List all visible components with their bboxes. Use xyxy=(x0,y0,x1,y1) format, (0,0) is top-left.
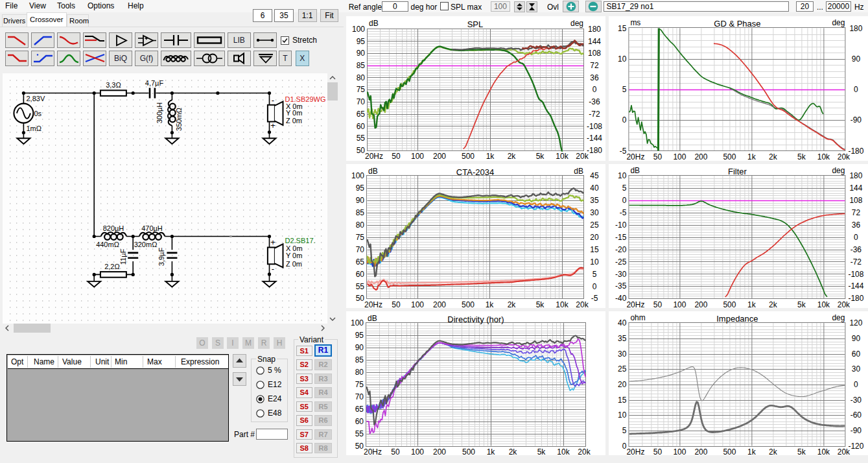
svg-text:-72: -72 xyxy=(850,257,862,267)
svg-text:95: 95 xyxy=(356,184,365,193)
svg-text:50: 50 xyxy=(392,152,401,161)
svg-text:20Hz: 20Hz xyxy=(626,300,644,308)
svg-text:180: 180 xyxy=(588,25,601,34)
svg-text:Z 0m: Z 0m xyxy=(286,117,302,125)
svg-text:1k: 1k xyxy=(487,447,496,455)
svg-text:200: 200 xyxy=(694,152,707,161)
svg-text:-144: -144 xyxy=(587,134,602,143)
svg-text:55: 55 xyxy=(357,134,366,143)
svg-text:200: 200 xyxy=(694,447,707,455)
svg-text:144: 144 xyxy=(849,184,862,193)
svg-text:10: 10 xyxy=(618,171,627,180)
svg-text:55: 55 xyxy=(356,282,365,291)
svg-text:-90: -90 xyxy=(850,426,862,435)
svg-text:5: 5 xyxy=(592,270,597,279)
svg-text:80: 80 xyxy=(356,220,365,230)
svg-text:120: 120 xyxy=(849,318,862,327)
svg-text:-30: -30 xyxy=(850,396,862,405)
svg-text:-90: -90 xyxy=(850,115,862,125)
svg-text:2k: 2k xyxy=(509,447,518,455)
svg-text:5k: 5k xyxy=(536,300,545,308)
svg-text:deg: deg xyxy=(570,19,583,28)
svg-text:Filter: Filter xyxy=(728,167,747,177)
svg-text:Y 0m: Y 0m xyxy=(286,109,302,117)
svg-text:-35: -35 xyxy=(615,281,627,291)
svg-text:3,3Ω: 3,3Ω xyxy=(106,81,121,89)
svg-text:70: 70 xyxy=(355,392,364,401)
svg-text:36: 36 xyxy=(851,220,860,230)
svg-text:-5: -5 xyxy=(619,147,626,156)
svg-text:0: 0 xyxy=(592,282,597,291)
svg-text:ohm: ohm xyxy=(630,314,645,323)
svg-text:2,2Ω: 2,2Ω xyxy=(104,263,120,270)
svg-text:2k: 2k xyxy=(769,300,778,308)
svg-text:90: 90 xyxy=(356,196,365,205)
svg-text:15: 15 xyxy=(590,245,599,254)
svg-text:deg: deg xyxy=(832,19,845,28)
svg-text:dB: dB xyxy=(369,19,379,28)
svg-text:Impedance: Impedance xyxy=(716,315,758,324)
svg-text:20k: 20k xyxy=(576,300,589,308)
svg-text:95: 95 xyxy=(355,331,364,340)
svg-text:75: 75 xyxy=(356,233,365,242)
svg-text:GD & Phase: GD & Phase xyxy=(714,19,760,29)
svg-text:20Hz: 20Hz xyxy=(364,447,382,455)
svg-text:+: + xyxy=(270,121,276,130)
svg-text:35: 35 xyxy=(590,196,599,205)
svg-text:200: 200 xyxy=(433,152,446,161)
svg-text:72: 72 xyxy=(590,61,599,70)
svg-text:-: - xyxy=(272,264,274,274)
svg-text:-120: -120 xyxy=(848,442,863,451)
svg-text:20Hz: 20Hz xyxy=(626,152,644,161)
svg-text:10k: 10k xyxy=(557,447,570,455)
svg-text:320mΩ: 320mΩ xyxy=(134,241,158,248)
svg-text:60: 60 xyxy=(851,350,860,359)
svg-text:0: 0 xyxy=(622,196,626,205)
svg-text:5: 5 xyxy=(622,426,626,435)
svg-text:ms: ms xyxy=(630,19,640,28)
svg-text:-180: -180 xyxy=(848,147,863,156)
svg-text:-20: -20 xyxy=(615,245,627,254)
svg-text:-108: -108 xyxy=(848,270,863,279)
svg-text:65: 65 xyxy=(356,257,365,267)
svg-text:470µH: 470µH xyxy=(141,224,163,232)
svg-text:0s: 0s xyxy=(34,110,42,117)
svg-text:5k: 5k xyxy=(797,300,806,308)
svg-text:5k: 5k xyxy=(536,152,545,161)
svg-text:5k: 5k xyxy=(537,447,546,455)
svg-text:2k: 2k xyxy=(769,152,778,161)
svg-text:72: 72 xyxy=(851,208,860,217)
svg-text:60: 60 xyxy=(357,122,366,131)
svg-text:75: 75 xyxy=(357,85,366,94)
svg-text:0: 0 xyxy=(854,380,858,389)
svg-text:1k: 1k xyxy=(747,300,757,308)
svg-text:200: 200 xyxy=(694,300,707,308)
svg-text:dB: dB xyxy=(574,167,583,176)
svg-text:-25: -25 xyxy=(615,257,627,267)
svg-text:144: 144 xyxy=(588,37,601,46)
svg-text:10k: 10k xyxy=(817,152,830,161)
svg-text:1k: 1k xyxy=(747,447,757,455)
svg-text:50: 50 xyxy=(653,300,662,308)
svg-text:-144: -144 xyxy=(848,281,863,291)
svg-text:Y 0m: Y 0m xyxy=(286,252,302,259)
svg-text:-108: -108 xyxy=(587,122,602,131)
svg-text:20Hz: 20Hz xyxy=(626,447,644,455)
svg-text:20Hz: 20Hz xyxy=(365,152,383,161)
svg-text:500: 500 xyxy=(462,152,475,161)
svg-text:50: 50 xyxy=(653,447,662,455)
svg-text:1k: 1k xyxy=(486,300,495,308)
svg-text:20k: 20k xyxy=(576,152,589,161)
svg-text:50: 50 xyxy=(653,152,662,161)
svg-text:2k: 2k xyxy=(508,300,517,308)
svg-text:65: 65 xyxy=(355,405,364,414)
svg-text:90: 90 xyxy=(851,334,860,343)
svg-text:10: 10 xyxy=(590,257,599,267)
svg-text:10k: 10k xyxy=(817,300,830,308)
svg-text:20k: 20k xyxy=(837,152,850,161)
svg-text:500: 500 xyxy=(723,152,736,161)
svg-text:108: 108 xyxy=(588,49,601,58)
svg-text:100: 100 xyxy=(351,171,364,180)
svg-text:5: 5 xyxy=(622,85,626,94)
svg-text:10: 10 xyxy=(618,54,627,64)
